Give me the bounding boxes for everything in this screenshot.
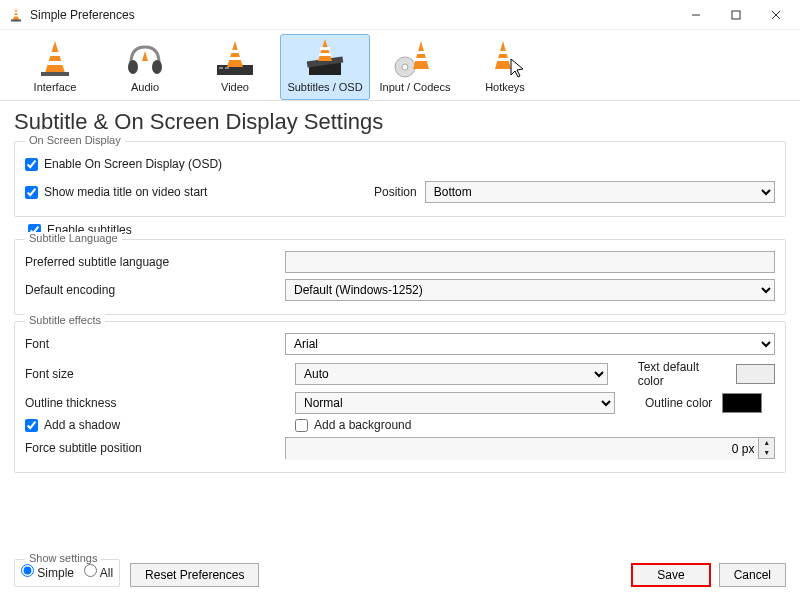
show-media-title-checkbox[interactable]: [25, 186, 38, 199]
all-radio[interactable]: [84, 564, 97, 577]
svg-point-12: [128, 60, 138, 74]
spin-down-icon: ▼: [759, 448, 774, 458]
effects-group: Subtitle effects Font Arial Font size Au…: [14, 321, 786, 473]
outline-thickness-select[interactable]: Normal: [295, 392, 615, 414]
save-button[interactable]: Save: [631, 563, 710, 587]
osd-group-title: On Screen Display: [25, 134, 125, 146]
default-encoding-select[interactable]: Default (Windows-1252): [285, 279, 775, 301]
tab-interface[interactable]: Interface: [10, 34, 100, 100]
svg-point-27: [402, 64, 408, 70]
footer: Show settings Simple All Reset Preferenc…: [0, 559, 800, 587]
position-label: Position: [374, 185, 417, 199]
svg-marker-0: [13, 8, 19, 20]
simple-radio[interactable]: [21, 564, 34, 577]
add-background-checkbox[interactable]: [295, 419, 308, 432]
add-shadow-checkbox[interactable]: [25, 419, 38, 432]
tab-hotkeys[interactable]: Hotkeys: [460, 34, 550, 100]
category-tabs: Interface Audio Video Subtitles / OSD In…: [0, 30, 800, 101]
cone-cursor-icon: [481, 39, 529, 79]
text-color-swatch[interactable]: [736, 364, 775, 384]
svg-rect-1: [14, 12, 19, 14]
svg-rect-17: [225, 67, 229, 69]
tab-video[interactable]: Video: [190, 34, 280, 100]
clapper-cone-icon: [301, 39, 349, 79]
svg-rect-10: [46, 61, 64, 65]
enable-osd-label: Enable On Screen Display (OSD): [44, 157, 222, 171]
titlebar: Simple Preferences: [0, 0, 800, 30]
force-position-input[interactable]: [286, 438, 758, 460]
effects-group-title: Subtitle effects: [25, 314, 105, 326]
osd-group: On Screen Display Enable On Screen Displ…: [14, 141, 786, 217]
svg-marker-14: [142, 51, 148, 61]
preferred-language-label: Preferred subtitle language: [25, 255, 285, 269]
add-background-label: Add a background: [314, 418, 411, 432]
svg-marker-28: [413, 41, 429, 69]
outline-thickness-label: Outline thickness: [25, 396, 285, 410]
disc-cone-icon: [391, 39, 439, 79]
text-color-label: Text default color: [638, 360, 726, 388]
svg-rect-16: [219, 67, 223, 69]
cone-icon: [31, 39, 79, 79]
preferred-language-input[interactable]: [285, 251, 775, 273]
simple-radio-label[interactable]: Simple: [21, 566, 74, 580]
outline-color-label: Outline color: [645, 396, 712, 410]
svg-marker-31: [495, 41, 511, 69]
enable-osd-checkbox[interactable]: [25, 158, 38, 171]
reset-preferences-button[interactable]: Reset Preferences: [130, 563, 259, 587]
language-group: Subtitle Language Preferred subtitle lan…: [14, 239, 786, 315]
maximize-button[interactable]: [716, 0, 756, 30]
vlc-cone-icon: [8, 7, 24, 23]
close-button[interactable]: [756, 0, 796, 30]
language-group-title: Subtitle Language: [25, 232, 122, 244]
svg-rect-2: [13, 15, 19, 17]
svg-rect-3: [11, 19, 21, 21]
svg-rect-25: [319, 53, 331, 56]
svg-rect-32: [497, 51, 509, 54]
film-cone-icon: [211, 39, 259, 79]
headphones-icon: [121, 39, 169, 79]
force-position-spinner[interactable]: ▲▼: [285, 437, 775, 459]
svg-point-13: [152, 60, 162, 74]
svg-rect-30: [414, 58, 428, 61]
font-label: Font: [25, 337, 285, 351]
svg-rect-29: [415, 51, 427, 54]
svg-rect-20: [228, 57, 242, 60]
default-encoding-label: Default encoding: [25, 283, 285, 297]
svg-marker-18: [227, 41, 243, 67]
tab-audio[interactable]: Audio: [100, 34, 190, 100]
all-radio-label[interactable]: All: [84, 566, 113, 580]
cancel-button[interactable]: Cancel: [719, 563, 786, 587]
svg-rect-19: [229, 50, 241, 53]
svg-marker-34: [511, 59, 523, 77]
svg-rect-24: [320, 47, 330, 50]
add-shadow-label: Add a shadow: [44, 418, 120, 432]
fontsize-select[interactable]: Auto: [295, 363, 608, 385]
spin-up-icon: ▲: [759, 438, 774, 448]
svg-rect-5: [732, 11, 740, 19]
position-select[interactable]: Bottom: [425, 181, 775, 203]
fontsize-label: Font size: [25, 367, 285, 381]
svg-marker-8: [45, 41, 65, 73]
font-select[interactable]: Arial: [285, 333, 775, 355]
show-settings-group: Show settings Simple All: [14, 559, 120, 587]
tab-input[interactable]: Input / Codecs: [370, 34, 460, 100]
window-title: Simple Preferences: [30, 8, 676, 22]
tab-subtitles[interactable]: Subtitles / OSD: [280, 34, 370, 100]
show-settings-title: Show settings: [25, 552, 101, 564]
force-position-label: Force subtitle position: [25, 441, 285, 455]
outline-color-swatch[interactable]: [722, 393, 762, 413]
svg-rect-11: [41, 72, 69, 76]
svg-rect-33: [496, 58, 510, 61]
svg-rect-9: [48, 52, 62, 56]
show-media-title-label: Show media title on video start: [44, 185, 374, 199]
minimize-button[interactable]: [676, 0, 716, 30]
